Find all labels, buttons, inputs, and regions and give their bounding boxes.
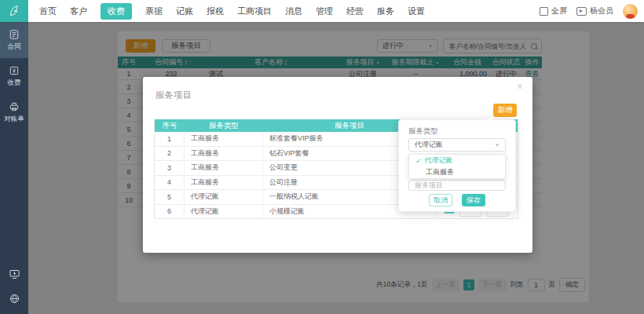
nav-item-收费[interactable]: 收费	[101, 3, 132, 20]
row-seq-cell: 4	[155, 176, 185, 190]
nav-item-票据[interactable]: 票据	[145, 5, 163, 17]
member-icon	[576, 7, 587, 16]
sidebar-item-label: 收费	[8, 78, 21, 88]
member-button[interactable]: 杨会员	[576, 5, 613, 16]
row-seq-cell: 6	[155, 205, 185, 219]
member-label: 杨会员	[590, 5, 613, 16]
row-seq-cell: 5	[155, 190, 185, 204]
chevron-down-icon: ▼	[495, 143, 499, 148]
dropdown-option-工商服务[interactable]: 工商服务	[409, 166, 505, 178]
main-nav: 首页客户收费票据记账报税工商项目消息管理经营服务设置	[39, 3, 425, 20]
nav-item-经营[interactable]: 经营	[346, 5, 364, 17]
save-button[interactable]: 保存	[462, 194, 485, 206]
sidebar-item-label: 对账单	[4, 115, 24, 124]
service-type-cell: 工商服务	[185, 161, 263, 175]
service-items-modal: 服务项目 × 新增 序号服务类型服务项目 1工商服务标准套餐VIP服务2工商服务…	[143, 77, 532, 253]
service-type-cell: 工商服务	[185, 147, 263, 161]
dropdown-option-label: 工商服务	[426, 167, 454, 177]
modal-col-header: 序号	[155, 121, 185, 131]
contract-icon	[9, 29, 20, 40]
popover-arrow	[485, 115, 494, 124]
row-seq-cell: 1	[155, 132, 185, 146]
service-type-cell: 代理记账	[185, 190, 263, 204]
nav-item-消息[interactable]: 消息	[285, 5, 302, 17]
row-seq-cell: 2	[155, 147, 185, 161]
app-logo[interactable]	[0, 0, 28, 22]
sidebar-item-fees[interactable]: 收费	[0, 58, 28, 94]
nav-item-首页[interactable]: 首页	[39, 5, 57, 17]
service-type-label: 服务类型	[408, 126, 438, 137]
add-service-popover: 服务类型 代理记账 ▼ ✓代理记账工商服务 取消 保存	[398, 119, 516, 212]
sidebar-item-statement[interactable]: 对账单	[0, 94, 28, 130]
service-type-value: 代理记账	[415, 140, 443, 150]
dropdown-option-代理记账[interactable]: ✓代理记账	[409, 155, 505, 166]
user-avatar[interactable]	[623, 4, 638, 19]
service-type-cell: 工商服务	[185, 176, 263, 190]
service-item-input[interactable]	[408, 180, 506, 191]
nav-item-报税[interactable]: 报税	[207, 5, 224, 17]
service-type-dropdown: ✓代理记账工商服务	[408, 154, 506, 179]
service-type-cell: 代理记账	[185, 205, 263, 219]
download-client-icon[interactable]	[9, 268, 20, 280]
printer-icon	[9, 101, 20, 112]
left-sidebar: 合同 收费 对账单	[0, 22, 28, 314]
sidebar-item-label: 合同	[8, 42, 21, 52]
nav-item-工商项目[interactable]: 工商项目	[237, 5, 272, 17]
navbar-right: 全屏 杨会员	[540, 4, 644, 19]
service-type-cell: 工商服务	[185, 132, 263, 146]
nav-item-服务[interactable]: 服务	[377, 5, 394, 17]
row-seq-cell: 3	[155, 161, 185, 175]
fee-ticket-icon	[9, 65, 20, 76]
cancel-button[interactable]: 取消	[429, 194, 452, 206]
service-type-select[interactable]: 代理记账 ▼	[408, 138, 506, 152]
popover-buttons: 取消 保存	[399, 194, 515, 206]
fullscreen-label: 全屏	[551, 5, 567, 16]
modal-title: 服务项目	[156, 89, 192, 101]
nav-item-管理[interactable]: 管理	[316, 5, 333, 17]
dropdown-option-label: 代理记账	[425, 155, 453, 166]
modal-add-button[interactable]: 新增	[493, 104, 517, 117]
nav-item-客户[interactable]: 客户	[70, 5, 87, 17]
close-icon[interactable]: ×	[517, 80, 523, 93]
sidebar-item-contract[interactable]: 合同	[0, 22, 28, 58]
modal-col-header: 服务类型	[185, 121, 263, 131]
check-icon: ✓	[415, 157, 422, 165]
nav-item-设置[interactable]: 设置	[408, 5, 425, 17]
nav-item-记账[interactable]: 记账	[176, 5, 193, 17]
top-navbar: 首页客户收费票据记账报税工商项目消息管理经营服务设置 全屏 杨会员	[0, 0, 644, 22]
main-content: 新增 服务项目 进行中 ▼ 序号合同编号▲▼客户名称▲▼服务项目▼服务期限截止▼…	[28, 22, 644, 314]
fullscreen-icon	[540, 7, 548, 16]
sidebar-bottom	[0, 268, 28, 314]
fullscreen-button[interactable]: 全屏	[540, 5, 567, 16]
globe-icon[interactable]	[9, 293, 20, 305]
leaf-logo-icon	[7, 4, 21, 18]
